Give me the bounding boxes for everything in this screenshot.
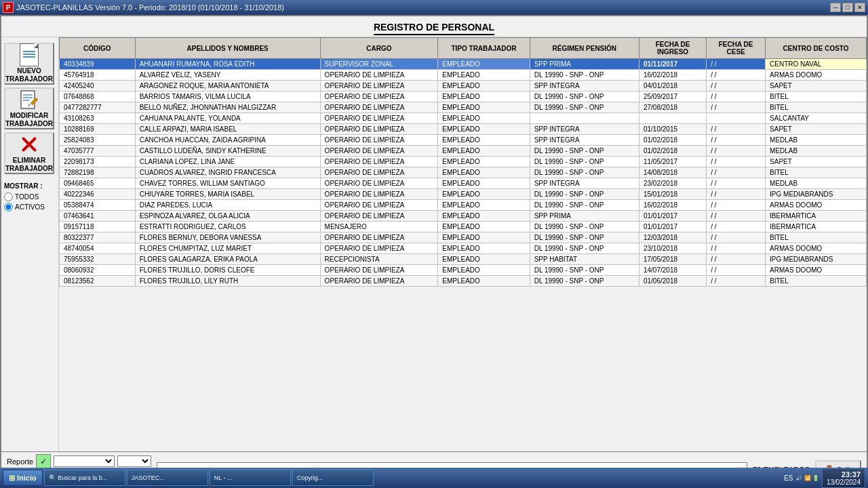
todos-label: TODOS bbox=[15, 193, 39, 201]
table-cell-col-centro: SAPET bbox=[766, 124, 867, 135]
table-cell-col-codigo: 43108263 bbox=[60, 113, 136, 124]
table-row[interactable]: 08060932FLORES TRUJILLO, DORIS CLEOFEOPE… bbox=[60, 265, 867, 276]
table-cell-col-centro: MEDLAB bbox=[766, 146, 867, 157]
table-cell-col-centro: SAPET bbox=[766, 81, 867, 92]
table-cell-col-regimen: DL 19990 - SNP - ONP bbox=[530, 243, 639, 254]
col-header-cargo: CARGO bbox=[320, 38, 438, 59]
table-row[interactable]: 40334839AHUANARI RUMAYNA, ROSA EDITHSUPE… bbox=[60, 59, 867, 70]
table-row[interactable]: 22098173CLARIANA LOPEZ, LINA JANEOPERARI… bbox=[60, 157, 867, 167]
employee-table: CÓDIGO APELLIDOS Y NOMBRES CARGO TIPO TR… bbox=[59, 37, 867, 287]
table-cell-col-tipo: EMPLEADO bbox=[438, 222, 530, 232]
todos-radio[interactable] bbox=[4, 192, 13, 201]
table-cell-col-centro: IBERMARTICA bbox=[766, 211, 867, 222]
table-cell-col-centro: BITEL bbox=[766, 92, 867, 102]
table-cell-col-f-ingreso bbox=[639, 113, 706, 124]
taskbar-right: ES 🔊 📶 🔋 23:37 13/02/2024 bbox=[784, 468, 865, 488]
taskbar-item-jasotec[interactable]: JASOTEC... bbox=[127, 470, 208, 486]
table-row[interactable]: 48740054FLORES CHUMPITAZ, LUZ MARIETOPER… bbox=[60, 243, 867, 254]
table-cell-col-nombre: DIAZ PAREDES, LUCIA bbox=[135, 200, 320, 211]
table-cell-col-cargo: MENSAJERO bbox=[320, 222, 438, 232]
table-cell-col-cargo: OPERARIO DE LIMPIEZA bbox=[320, 200, 438, 211]
x-icon bbox=[18, 134, 40, 155]
table-cell-col-f-cese: / / bbox=[707, 222, 766, 232]
table-cell-col-f-cese: / / bbox=[707, 200, 766, 211]
taskbar-item-nl[interactable]: NL - ... bbox=[210, 470, 291, 486]
table-row[interactable]: 07648868BARRIOS TAMARIS, VILMA LUCILAOPE… bbox=[60, 92, 867, 102]
table-cell-col-cargo: OPERARIO DE LIMPIEZA bbox=[320, 243, 438, 254]
table-cell-col-regimen: DL 19990 - SNP - ONP bbox=[530, 167, 639, 178]
table-row[interactable]: 10288169CALLE ARPAZI, MARIA ISABELOPERAR… bbox=[60, 124, 867, 135]
table-cell-col-regimen: DL 19990 - SNP - ONP bbox=[530, 232, 639, 243]
col-header-f-cese: FECHA DECESE bbox=[707, 38, 766, 59]
table-row[interactable]: 80322377FLORES BERNUY, DEBORA VANESSAOPE… bbox=[60, 232, 867, 243]
reporte-label: Reporte bbox=[7, 458, 33, 466]
activos-label: ACTIVOS bbox=[15, 203, 45, 211]
table-row[interactable]: 05388474DIAZ PAREDES, LUCIAOPERARIO DE L… bbox=[60, 200, 867, 211]
nuevo-trabajador-button[interactable]: NUEVOTRABAJADOR bbox=[4, 43, 54, 85]
taskbar-item-search[interactable]: 🔍 Buscar para la b... bbox=[44, 470, 125, 486]
table-cell-col-regimen: DL 19990 - SNP - ONP bbox=[530, 146, 639, 157]
table-row[interactable]: 07463641ESPINOZA ALVAREZ, OLGA ALICIAOPE… bbox=[60, 211, 867, 222]
table-cell-col-tipo: EMPLEADO bbox=[438, 146, 530, 157]
table-cell-col-cargo: OPERARIO DE LIMPIEZA bbox=[320, 124, 438, 135]
table-cell-col-tipo: EMPLEADO bbox=[438, 102, 530, 113]
table-cell-col-cargo: OPERARIO DE LIMPIEZA bbox=[320, 276, 438, 287]
table-cell-col-regimen: DL 19990 - SNP - ONP bbox=[530, 157, 639, 167]
table-cell-col-codigo: 09468465 bbox=[60, 178, 136, 189]
table-row[interactable]: 75955332FLORES GALAGARZA, ERIKA PAOLAREC… bbox=[60, 254, 867, 265]
table-cell-col-f-cese: / / bbox=[707, 254, 766, 265]
table-row[interactable]: 42405240ARAGONEZ ROQUE, MARIA ANTONIETAO… bbox=[60, 81, 867, 92]
table-header-row: CÓDIGO APELLIDOS Y NOMBRES CARGO TIPO TR… bbox=[60, 38, 867, 59]
table-cell-col-regimen: SPP INTEGRA bbox=[530, 135, 639, 146]
minimize-button[interactable]: ─ bbox=[830, 3, 841, 12]
table-cell-col-cargo: OPERARIO DE LIMPIEZA bbox=[320, 178, 438, 189]
close-button[interactable]: ✕ bbox=[854, 3, 865, 12]
reporte-select[interactable] bbox=[54, 455, 115, 467]
modificar-trabajador-button[interactable]: MODIFICARTRABAJADOR bbox=[4, 87, 54, 129]
table-row[interactable]: 09157118ESTRATTI RODRIGUEZ, CARLOSMENSAJ… bbox=[60, 222, 867, 232]
table-row[interactable]: 25824083CANCHOA HUACCAN, ZAIDA AGRIPINAO… bbox=[60, 135, 867, 146]
table-cell-col-codigo: 09157118 bbox=[60, 222, 136, 232]
table-row[interactable]: 08123562FLORES TRUJILLO, LILY RUTHOPERAR… bbox=[60, 276, 867, 287]
checkmark-button[interactable]: ✓ bbox=[36, 454, 51, 469]
table-row[interactable]: 40222346CHIUYARE TORRES, MARIA ISABELOPE… bbox=[60, 189, 867, 200]
table-cell-col-f-cese: / / bbox=[707, 124, 766, 135]
app-icon: P bbox=[3, 2, 14, 13]
start-button[interactable]: ⊞ Inicio bbox=[3, 470, 43, 486]
table-cell-col-f-cese: / / bbox=[707, 178, 766, 189]
table-cell-col-nombre: FLORES TRUJILLO, DORIS CLEOFE bbox=[135, 265, 320, 276]
table-cell-col-codigo: 08060932 bbox=[60, 265, 136, 276]
table-row[interactable]: 43108263CAHUANA PALANTE, YOLANDAOPERARIO… bbox=[60, 113, 867, 124]
ver-select[interactable] bbox=[117, 455, 151, 467]
table-cell-col-codigo: 42405240 bbox=[60, 81, 136, 92]
table-cell-col-f-cese: / / bbox=[707, 70, 766, 81]
lang-indicator: ES bbox=[784, 474, 793, 482]
table-container[interactable]: CÓDIGO APELLIDOS Y NOMBRES CARGO TIPO TR… bbox=[59, 37, 867, 451]
table-cell-col-tipo: EMPLEADO bbox=[438, 254, 530, 265]
table-cell-col-centro: BITEL bbox=[766, 102, 867, 113]
table-row[interactable]: 72882198CUADROS ALVAREZ, INGRID FRANCESC… bbox=[60, 167, 867, 178]
table-cell-col-regimen: SPP INTEGRA bbox=[530, 124, 639, 135]
activos-radio[interactable] bbox=[4, 203, 13, 211]
table-cell-col-nombre: FLORES TRUJILLO, LILY RUTH bbox=[135, 276, 320, 287]
table-cell-col-tipo: EMPLEADO bbox=[438, 70, 530, 81]
table-cell-col-regimen: DL 19990 - SNP - ONP bbox=[530, 222, 639, 232]
table-cell-col-regimen: DL 19990 - SNP - ONP bbox=[530, 70, 639, 81]
table-cell-col-f-cese: / / bbox=[707, 232, 766, 243]
maximize-button[interactable]: □ bbox=[842, 3, 853, 12]
clock-date: 13/02/2024 bbox=[827, 479, 861, 486]
table-cell-col-centro: IPG MEDIABRANDS bbox=[766, 189, 867, 200]
col-header-codigo: CÓDIGO bbox=[60, 38, 136, 59]
table-row[interactable]: 45764918ALVAREZ VELIZ, YASENYOPERARIO DE… bbox=[60, 70, 867, 81]
col-header-regimen: RÉGIMEN PENSIÓN bbox=[530, 38, 639, 59]
svg-rect-0 bbox=[21, 91, 35, 108]
eliminar-trabajador-button[interactable]: ELIMINARTRABAJADOR bbox=[4, 132, 54, 174]
table-row[interactable]: 47035777CASTILLO LUDEÑA, SINDY KATHERINE… bbox=[60, 146, 867, 157]
table-cell-col-codigo: 48740054 bbox=[60, 243, 136, 254]
col-header-f-ingreso: FECHA DEINGRESO bbox=[639, 38, 706, 59]
table-row[interactable]: 09468465CHAVEZ TORRES, WILLIAM SANTIAGOO… bbox=[60, 178, 867, 189]
table-cell-col-nombre: ARAGONEZ ROQUE, MARIA ANTONIETA bbox=[135, 81, 320, 92]
table-cell-col-centro: MEDLAB bbox=[766, 135, 867, 146]
taskbar-item-copyright[interactable]: Copyrig... bbox=[292, 470, 374, 486]
table-row[interactable]: 0477282777BELLO NUÑEZ, JHONNATHAN HALGIZ… bbox=[60, 102, 867, 113]
